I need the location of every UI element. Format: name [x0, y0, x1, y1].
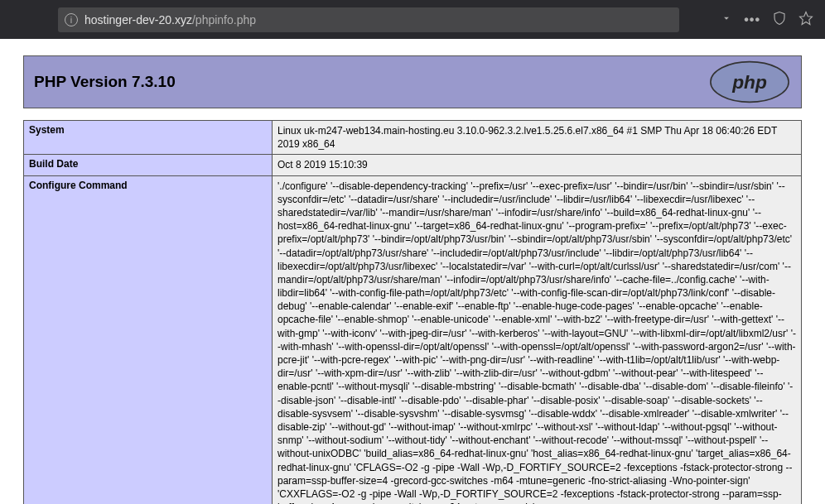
- row-value: Linux uk-m247-web134.main-hosting.eu 3.1…: [273, 121, 802, 155]
- chevron-down-icon[interactable]: [721, 12, 732, 27]
- page-content: PHP Version 7.3.10 php System Linux uk-m…: [0, 39, 825, 504]
- phpinfo-header: PHP Version 7.3.10 php: [23, 55, 802, 108]
- svg-text:php: php: [731, 71, 767, 93]
- phpinfo-table: System Linux uk-m247-web134.main-hosting…: [23, 120, 802, 504]
- bookmark-star-icon[interactable]: [798, 11, 813, 29]
- url-text: hostinger-dev-20.xyz/phpinfo.php: [84, 13, 256, 26]
- url-domain: hostinger-dev-20.xyz: [84, 13, 192, 26]
- row-label: Configure Command: [24, 175, 273, 504]
- php-logo: php: [708, 60, 791, 103]
- info-icon[interactable]: i: [65, 13, 78, 26]
- url-path: /phpinfo.php: [192, 13, 256, 26]
- row-label: System: [24, 121, 273, 155]
- shield-icon[interactable]: [772, 11, 787, 29]
- page-title: PHP Version 7.3.10: [34, 73, 176, 91]
- toolbar-right-icons: •••: [721, 11, 817, 29]
- more-dots-icon[interactable]: •••: [744, 12, 760, 27]
- table-row: System Linux uk-m247-web134.main-hosting…: [24, 121, 802, 155]
- row-value: Oct 8 2019 15:10:39: [273, 155, 802, 175]
- table-row: Configure Command './configure' '--disab…: [24, 175, 802, 504]
- row-value: './configure' '--disable-dependency-trac…: [273, 175, 802, 504]
- table-row: Build Date Oct 8 2019 15:10:39: [24, 155, 802, 175]
- row-label: Build Date: [24, 155, 273, 175]
- url-bar[interactable]: i hostinger-dev-20.xyz/phpinfo.php: [58, 7, 679, 32]
- browser-toolbar: i hostinger-dev-20.xyz/phpinfo.php •••: [0, 0, 825, 39]
